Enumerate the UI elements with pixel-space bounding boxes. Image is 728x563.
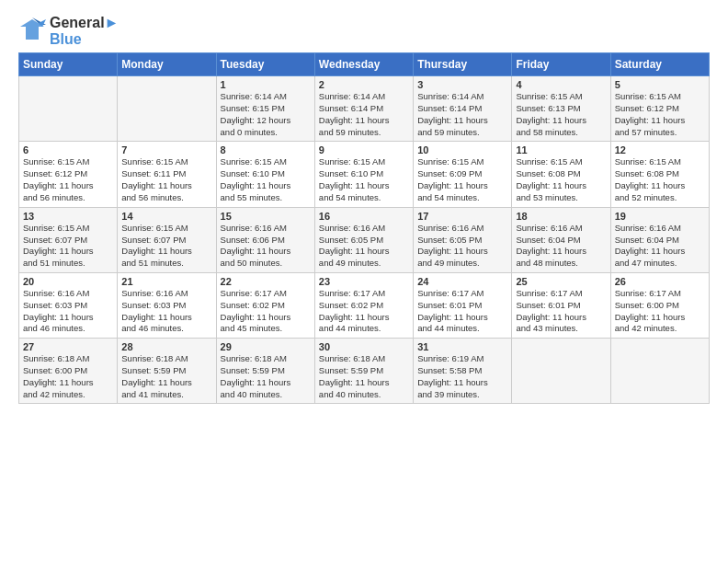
- cell-info: Sunrise: 6:18 AMSunset: 5:59 PMDaylight:…: [221, 353, 311, 400]
- calendar-week-row: 13Sunrise: 6:15 AMSunset: 6:07 PMDayligh…: [19, 207, 710, 272]
- cell-info: Sunrise: 6:15 AMSunset: 6:07 PMDaylight:…: [23, 223, 113, 270]
- day-number: 28: [121, 341, 211, 352]
- calendar-week-row: 1Sunrise: 6:14 AMSunset: 6:15 PMDaylight…: [19, 76, 710, 142]
- cell-line: Sunset: 6:09 PM: [417, 168, 482, 178]
- cell-line: Sunset: 6:15 PM: [221, 103, 285, 113]
- calendar-cell: 19Sunrise: 6:16 AMSunset: 6:04 PMDayligh…: [610, 207, 709, 272]
- cell-line: and 51 minutes.: [121, 258, 184, 268]
- calendar-cell: 31Sunrise: 6:19 AMSunset: 5:58 PMDayligh…: [414, 339, 512, 404]
- cell-info: Sunrise: 6:18 AMSunset: 5:59 PMDaylight:…: [121, 353, 211, 400]
- day-number: 26: [615, 276, 705, 287]
- day-number: 29: [221, 341, 311, 352]
- cell-line: and 40 minutes.: [319, 389, 381, 399]
- cell-line: Sunset: 6:08 PM: [516, 168, 580, 178]
- cell-line: Daylight: 11 hours: [121, 377, 192, 387]
- cell-line: and 46 minutes.: [23, 323, 85, 333]
- calendar-cell: 9Sunrise: 6:15 AMSunset: 6:10 PMDaylight…: [314, 142, 413, 207]
- cell-info: Sunrise: 6:15 AMSunset: 6:12 PMDaylight:…: [615, 91, 705, 138]
- day-number: 8: [221, 144, 311, 155]
- calendar-cell: 22Sunrise: 6:17 AMSunset: 6:02 PMDayligh…: [216, 272, 314, 338]
- calendar-week-row: 20Sunrise: 6:16 AMSunset: 6:03 PMDayligh…: [19, 272, 710, 338]
- day-number: 17: [417, 211, 507, 222]
- cell-line: and 48 minutes.: [516, 258, 578, 268]
- cell-line: and 51 minutes.: [23, 258, 85, 268]
- calendar-cell: 29Sunrise: 6:18 AMSunset: 5:59 PMDayligh…: [216, 339, 314, 404]
- day-number: 9: [319, 144, 409, 155]
- cell-line: Daylight: 11 hours: [615, 115, 686, 125]
- cell-line: Daylight: 11 hours: [23, 377, 94, 387]
- cell-line: Sunrise: 6:15 AM: [615, 91, 681, 101]
- cell-line: Sunrise: 6:15 AM: [121, 156, 188, 167]
- cell-line: Sunrise: 6:14 AM: [319, 91, 385, 101]
- cell-line: Daylight: 11 hours: [23, 312, 94, 322]
- cell-line: Sunrise: 6:15 AM: [319, 156, 385, 167]
- cell-info: Sunrise: 6:15 AMSunset: 6:10 PMDaylight:…: [319, 156, 409, 203]
- col-header-thursday: Thursday: [414, 53, 512, 76]
- calendar-cell: 2Sunrise: 6:14 AMSunset: 6:14 PMDaylight…: [314, 76, 413, 142]
- day-number: 3: [417, 79, 507, 90]
- cell-line: Sunrise: 6:14 AM: [221, 91, 287, 101]
- cell-line: Sunset: 6:05 PM: [319, 235, 383, 245]
- col-header-tuesday: Tuesday: [216, 53, 314, 76]
- cell-info: Sunrise: 6:15 AMSunset: 6:11 PMDaylight:…: [121, 156, 211, 203]
- cell-line: and 54 minutes.: [417, 192, 480, 202]
- cell-info: Sunrise: 6:15 AMSunset: 6:08 PMDaylight:…: [615, 156, 705, 203]
- cell-info: Sunrise: 6:16 AMSunset: 6:04 PMDaylight:…: [615, 223, 705, 270]
- calendar-cell: 21Sunrise: 6:16 AMSunset: 6:03 PMDayligh…: [118, 272, 216, 338]
- cell-line: Sunset: 6:01 PM: [417, 300, 482, 310]
- cell-line: and 53 minutes.: [516, 192, 578, 202]
- calendar-cell: 23Sunrise: 6:17 AMSunset: 6:02 PMDayligh…: [314, 272, 413, 338]
- cell-info: Sunrise: 6:15 AMSunset: 6:09 PMDaylight:…: [417, 156, 507, 203]
- day-number: 20: [23, 276, 113, 287]
- calendar-cell: 16Sunrise: 6:16 AMSunset: 6:05 PMDayligh…: [314, 207, 413, 272]
- cell-line: Sunrise: 6:18 AM: [319, 353, 385, 363]
- cell-line: Sunrise: 6:15 AM: [221, 156, 287, 167]
- cell-info: Sunrise: 6:16 AMSunset: 6:03 PMDaylight:…: [23, 288, 113, 335]
- day-number: 19: [615, 211, 705, 222]
- cell-line: and 59 minutes.: [319, 127, 381, 137]
- calendar-cell: 25Sunrise: 6:17 AMSunset: 6:01 PMDayligh…: [512, 272, 610, 338]
- cell-line: Sunset: 6:07 PM: [121, 235, 186, 245]
- calendar-cell: 11Sunrise: 6:15 AMSunset: 6:08 PMDayligh…: [512, 142, 610, 207]
- cell-line: and 56 minutes.: [23, 192, 85, 202]
- calendar-cell: 17Sunrise: 6:16 AMSunset: 6:05 PMDayligh…: [414, 207, 512, 272]
- day-number: 23: [319, 276, 409, 287]
- cell-line: and 40 minutes.: [221, 389, 283, 399]
- cell-info: Sunrise: 6:17 AMSunset: 6:01 PMDaylight:…: [417, 288, 507, 335]
- cell-line: Daylight: 11 hours: [221, 377, 291, 387]
- cell-line: Sunset: 6:03 PM: [121, 300, 186, 310]
- cell-info: Sunrise: 6:15 AMSunset: 6:07 PMDaylight:…: [121, 223, 211, 270]
- cell-line: Daylight: 11 hours: [121, 312, 192, 322]
- calendar-cell: 20Sunrise: 6:16 AMSunset: 6:03 PMDayligh…: [19, 272, 118, 338]
- cell-line: Sunrise: 6:19 AM: [417, 353, 483, 363]
- cell-info: Sunrise: 6:16 AMSunset: 6:04 PMDaylight:…: [516, 223, 606, 270]
- cell-line: Sunrise: 6:16 AM: [319, 223, 385, 233]
- calendar-cell: 12Sunrise: 6:15 AMSunset: 6:08 PMDayligh…: [610, 142, 709, 207]
- cell-line: Sunrise: 6:18 AM: [221, 353, 287, 363]
- cell-line: Daylight: 11 hours: [417, 180, 488, 190]
- day-number: 25: [516, 276, 606, 287]
- calendar-cell: [610, 339, 709, 404]
- cell-line: Sunrise: 6:18 AM: [121, 353, 188, 363]
- calendar-week-row: 6Sunrise: 6:15 AMSunset: 6:12 PMDaylight…: [19, 142, 710, 207]
- day-number: 24: [417, 276, 507, 287]
- calendar-header-row: SundayMondayTuesdayWednesdayThursdayFrid…: [19, 53, 710, 76]
- day-number: 22: [221, 276, 311, 287]
- cell-info: Sunrise: 6:16 AMSunset: 6:05 PMDaylight:…: [319, 223, 409, 270]
- cell-info: Sunrise: 6:17 AMSunset: 6:02 PMDaylight:…: [319, 288, 409, 335]
- cell-line: Sunset: 5:59 PM: [121, 365, 186, 375]
- cell-line: Daylight: 11 hours: [417, 312, 488, 322]
- cell-line: Daylight: 11 hours: [417, 377, 488, 387]
- col-header-sunday: Sunday: [19, 53, 118, 76]
- cell-line: and 58 minutes.: [516, 127, 578, 137]
- header-row: General► Blue: [18, 15, 710, 47]
- cell-line: Daylight: 11 hours: [319, 115, 390, 125]
- cell-line: Sunrise: 6:15 AM: [516, 91, 582, 101]
- cell-line: and 59 minutes.: [417, 127, 480, 137]
- cell-info: Sunrise: 6:14 AMSunset: 6:14 PMDaylight:…: [319, 91, 409, 138]
- cell-line: Daylight: 11 hours: [615, 312, 686, 322]
- cell-line: and 39 minutes.: [417, 389, 480, 399]
- day-number: 12: [615, 144, 705, 155]
- main-container: General► Blue SundayMondayTuesdayWednesd…: [0, 0, 728, 413]
- cell-line: Sunset: 6:04 PM: [615, 235, 679, 245]
